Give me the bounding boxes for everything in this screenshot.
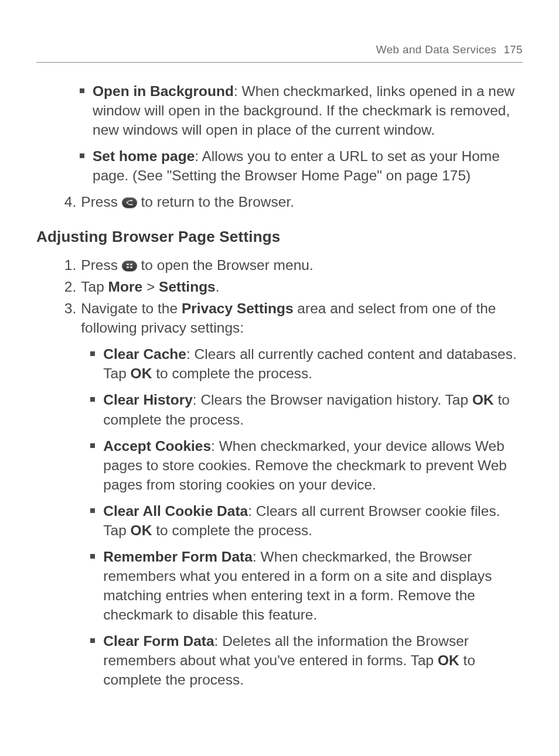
- step-number: 4.: [61, 192, 81, 211]
- t: to complete the process.: [152, 522, 312, 538]
- item-label: Accept Cookies: [103, 438, 211, 454]
- list-item: Clear Form Data: Deletes all the informa…: [81, 631, 523, 689]
- page-number: 175: [503, 42, 523, 57]
- step-text-post: to return to the Browser.: [141, 194, 294, 210]
- t: .: [216, 279, 220, 295]
- list-item: Clear History: Clears the Browser naviga…: [81, 390, 523, 429]
- item-label: Set home page: [93, 148, 195, 164]
- list-item: Open in Background: When checkmarked, li…: [70, 81, 523, 139]
- header-title: Web and Data Services: [376, 42, 497, 57]
- t: >: [142, 279, 159, 295]
- t: Tap: [81, 279, 108, 295]
- list-item: Accept Cookies: When checkmarked, your d…: [81, 436, 523, 494]
- step-text-pre: Press: [81, 257, 121, 273]
- item-label: Clear Cache: [103, 346, 186, 362]
- page-header: Web and Data Services 175: [36, 42, 523, 63]
- step-number: 1.: [61, 255, 81, 275]
- step-text-post: to open the Browser menu.: [141, 257, 313, 273]
- ui-settings: Settings: [159, 279, 216, 295]
- t: Navigate to the: [81, 300, 182, 316]
- item-label: Remember Form Data: [103, 549, 253, 565]
- svg-rect-2: [127, 266, 129, 268]
- step-1: 1. Press to open the Browser menu.: [61, 255, 523, 275]
- t: : Clears the Browser navigation history.…: [193, 392, 472, 408]
- ui-more: More: [108, 279, 143, 295]
- item-label: Open in Background: [93, 83, 234, 99]
- ui-ok: OK: [131, 522, 152, 538]
- step-4: 4. Press to return to the Browser.: [61, 192, 523, 211]
- list-item: Clear All Cookie Data: Clears all curren…: [81, 501, 523, 540]
- ui-ok: OK: [472, 392, 494, 408]
- t: to complete the process.: [152, 365, 312, 381]
- step-2: 2. Tap More > Settings.: [61, 277, 523, 296]
- step-3: 3. Navigate to the Privacy Settings area…: [61, 299, 523, 696]
- svg-rect-0: [127, 264, 129, 265]
- continued-list: Open in Background: When checkmarked, li…: [36, 81, 523, 185]
- back-button-icon: [122, 197, 137, 208]
- section-heading: Adjusting Browser Page Settings: [36, 227, 523, 247]
- ui-privacy-settings: Privacy Settings: [182, 300, 294, 316]
- menu-button-icon: [122, 261, 137, 271]
- item-label: Clear All Cookie Data: [103, 503, 248, 519]
- ui-ok: OK: [438, 652, 459, 668]
- svg-rect-1: [130, 264, 132, 265]
- ui-ok: OK: [131, 365, 152, 381]
- list-item: Remember Form Data: When checkmarked, th…: [81, 547, 523, 624]
- item-label: Clear Form Data: [103, 633, 214, 649]
- list-item: Set home page: Allows you to enter a URL…: [70, 146, 523, 185]
- step-number: 2.: [61, 277, 81, 296]
- step-text-pre: Press: [81, 194, 121, 210]
- step-number: 3.: [61, 299, 81, 696]
- item-label: Clear History: [103, 392, 193, 408]
- svg-rect-3: [130, 266, 132, 268]
- list-item: Clear Cache: Clears all currently cached…: [81, 344, 523, 383]
